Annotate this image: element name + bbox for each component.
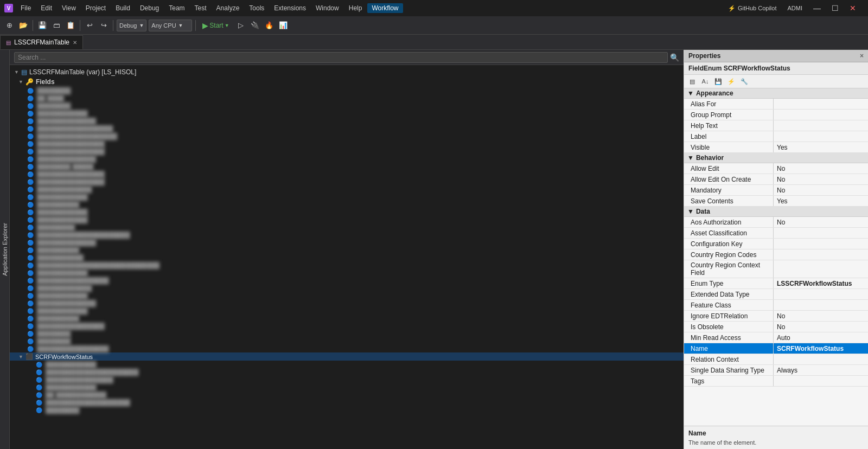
diagnostics-button[interactable]: 📊 — [277, 20, 289, 31]
menu-item-edit[interactable]: Edit — [36, 3, 56, 13]
app-explorer-sidebar[interactable]: Application Explorer — [0, 50, 10, 449]
tree-item[interactable]: 🔵 ████████████ — [10, 292, 684, 299]
props-row[interactable]: Group Prompt — [684, 110, 868, 120]
run-button[interactable]: ▶ Start ▼ — [199, 20, 232, 31]
props-row[interactable]: Country Region Context Field — [684, 260, 868, 278]
props-wrench-btn[interactable]: 🔧 — [738, 76, 750, 87]
app-explorer-label[interactable]: Application Explorer — [2, 223, 8, 276]
props-row[interactable]: Single Data Sharing Type Always — [684, 365, 868, 376]
props-row[interactable]: Feature Class — [684, 300, 868, 311]
tree-item[interactable]: 🔵 ██████████████████████ — [10, 231, 684, 239]
tree-subitem[interactable]: 🔵 ████████████████████ — [10, 399, 684, 406]
tree-subitem[interactable]: 🔵 ████████████████ — [10, 376, 684, 383]
menu-item-debug[interactable]: Debug — [136, 3, 163, 13]
props-row[interactable]: Name SCRFWorkflowStatus — [684, 343, 868, 354]
tree-item[interactable]: 🔵 ███████████████████ — [10, 132, 684, 140]
tree-item[interactable]: 🔵 ████████████████ — [10, 178, 684, 185]
props-group-data[interactable]: ▼Data — [684, 207, 868, 217]
menu-item-build[interactable]: Build — [111, 3, 135, 13]
props-row[interactable]: Save Contents Yes — [684, 196, 868, 207]
menu-item-view[interactable]: View — [58, 3, 80, 13]
props-row[interactable]: Label — [684, 131, 868, 142]
tree-item[interactable]: 🔵 █████████ — [10, 223, 684, 231]
props-row[interactable]: Mandatory No — [684, 185, 868, 196]
tree-highlighted-node[interactable]: ▼ ⬛ SCRFWorkflowStatus — [10, 352, 684, 361]
tree-item[interactable]: 🔵 ████████████ — [10, 208, 684, 216]
save-button[interactable]: 💾 — [36, 20, 48, 31]
search-input[interactable] — [14, 52, 668, 63]
props-row[interactable]: Enum Type LSSCRFWorkflowStatus — [684, 278, 868, 289]
props-row[interactable]: Is Obsolete No — [684, 322, 868, 332]
redo-button[interactable]: ↪ — [98, 20, 110, 31]
menu-item-team[interactable]: Team — [164, 3, 189, 13]
tree-item[interactable]: 🔵 █████████████████ — [10, 345, 684, 352]
step-button[interactable]: ▷ — [235, 20, 247, 31]
tree-item[interactable]: 🔵 ███████████ — [10, 254, 684, 261]
tree-subitem[interactable]: 🔵 ██████████████████████ — [10, 368, 684, 376]
props-row[interactable]: Min Read Access Auto — [684, 332, 868, 343]
tree-item[interactable]: 🔵 ████████ — [10, 330, 684, 337]
tree-subitem[interactable]: 🔵 ████████████ — [10, 361, 684, 368]
props-row[interactable]: Alias For — [684, 99, 868, 110]
tree-item[interactable]: 🔵 ████████ — [10, 337, 684, 345]
config-dropdown[interactable]: Debug ▼ — [117, 20, 146, 31]
tree-item[interactable]: 🔵 █████████████ — [10, 185, 684, 193]
save-all-button[interactable]: 🗃 — [50, 20, 62, 31]
tree-item[interactable]: 🔵 █████████████████ — [10, 277, 684, 284]
cpu-dropdown[interactable]: Any CPU ▼ — [149, 20, 192, 31]
tree-item[interactable]: 🔵 ████████████ — [10, 193, 684, 201]
copilot-button[interactable]: ⚡ GitHub Copilot — [725, 4, 780, 13]
tree-item[interactable]: 🔵 ██████████ — [10, 315, 684, 322]
tree-item[interactable]: 🔵 ████████ █████ — [10, 163, 684, 170]
props-row[interactable]: Allow Edit No — [684, 163, 868, 174]
menu-item-tools[interactable]: Tools — [245, 3, 269, 13]
props-row[interactable]: Help Text — [684, 120, 868, 131]
tree-item[interactable]: 🔵 ██ ████ — [10, 94, 684, 102]
menu-item-window[interactable]: Window — [311, 3, 343, 13]
tree-subitem[interactable]: 🔵 ██ ████████████ — [10, 391, 684, 399]
props-row[interactable]: Tags — [684, 376, 868, 387]
props-sort-btn[interactable]: A↓ — [699, 76, 711, 87]
menu-item-project[interactable]: Project — [81, 3, 110, 13]
menu-item-test[interactable]: Test — [190, 3, 211, 13]
open-button[interactable]: 📂 — [17, 20, 29, 31]
tree-item[interactable]: 🔵 ██████████ — [10, 201, 684, 208]
menu-item-workflow[interactable]: Workflow — [367, 3, 403, 13]
menu-item-file[interactable]: File — [16, 3, 35, 13]
maximize-button[interactable]: ☐ — [828, 4, 842, 12]
tree-item[interactable]: 🔵 ██████████████ — [10, 117, 684, 125]
tree-item[interactable]: 🔵 ████████████ — [10, 269, 684, 277]
tab-close-icon[interactable]: ✕ — [73, 40, 77, 46]
props-save-btn[interactable]: 💾 — [712, 76, 724, 87]
props-row[interactable]: Extended Data Type — [684, 289, 868, 300]
save-sel-button[interactable]: 📋 — [65, 20, 76, 31]
close-button[interactable]: ✕ — [846, 4, 859, 12]
tree-item[interactable]: 🔵 ██████████ — [10, 246, 684, 254]
props-row[interactable]: Aos Authorization No — [684, 217, 868, 228]
menu-item-help[interactable]: Help — [344, 3, 367, 13]
minimize-button[interactable]: — — [810, 4, 824, 12]
attach-button[interactable]: 🔌 — [249, 20, 261, 31]
tree-item[interactable]: 🔵 ████████████ — [10, 216, 684, 223]
tree-item[interactable]: 🔵 ████████ — [10, 87, 684, 94]
tree-item[interactable]: 🔵 ██████████████ — [10, 239, 684, 246]
tree-item[interactable]: 🔵 ████████████ — [10, 110, 684, 117]
props-row[interactable]: Allow Edit On Create No — [684, 174, 868, 185]
props-close-icon[interactable]: × — [860, 52, 864, 60]
tree-item[interactable]: 🔵 ████████████ — [10, 307, 684, 315]
props-grid-btn[interactable]: ▤ — [686, 76, 698, 87]
tree-item[interactable]: 🔵 ██████████████ — [10, 155, 684, 163]
tree-item[interactable]: 🔵 ████████████████ — [10, 140, 684, 147]
undo-button[interactable]: ↩ — [84, 20, 95, 31]
props-row[interactable]: Configuration Key — [684, 239, 868, 249]
tree-subitem[interactable]: 🔵 ████████ — [10, 406, 684, 414]
hot-reload-button[interactable]: 🔥 — [263, 20, 275, 31]
props-row[interactable]: Ignore EDTRelation No — [684, 311, 868, 322]
tree-item[interactable]: 🔵 ████████████████ — [10, 147, 684, 155]
props-row[interactable]: Visible Yes — [684, 142, 868, 153]
tree-area[interactable]: ▼ ▤ LSSCRFMainTable (var) [LS_HISOL] ▼ 🔑… — [10, 65, 684, 449]
menu-item-extensions[interactable]: Extensions — [270, 3, 310, 13]
fields-section[interactable]: ▼ 🔑 Fields — [10, 77, 684, 87]
props-events-btn[interactable]: ⚡ — [725, 76, 737, 87]
props-row[interactable]: Relation Context — [684, 354, 868, 365]
